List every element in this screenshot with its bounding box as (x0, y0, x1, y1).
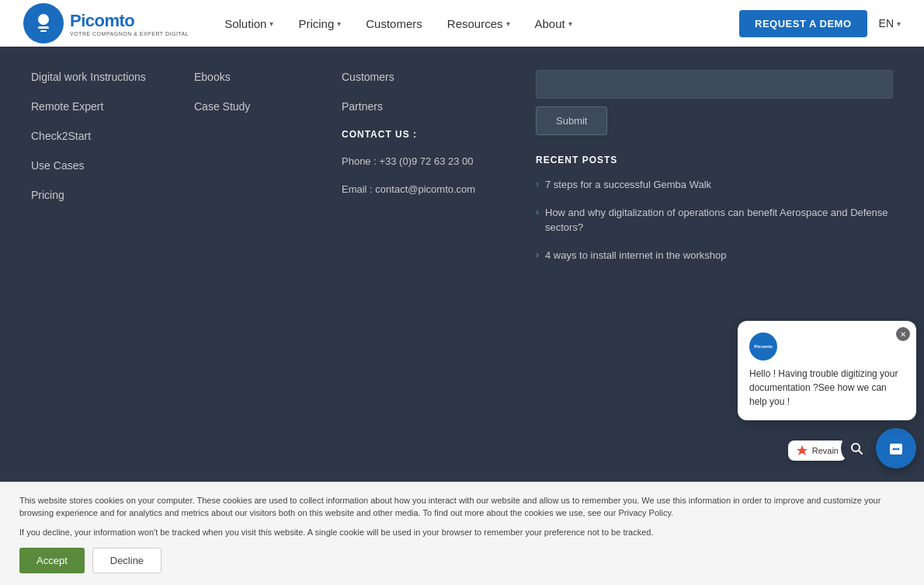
chevron-down-icon: ▾ (897, 19, 901, 28)
svg-point-0 (38, 14, 49, 25)
nav-item-about[interactable]: About ▾ (523, 0, 585, 47)
logo-text: Picomto (70, 11, 134, 30)
contact-title: CONTACT US : (342, 129, 512, 140)
navbar: Picomto VOTRE COMPAGNON & EXPERT DIGITAL… (0, 0, 924, 47)
footer-nav-item-customers[interactable]: Customers (342, 70, 512, 84)
post-title-1: 7 steps for a successful Gemba Walk (545, 177, 711, 193)
nav-item-solution[interactable]: Solution ▾ (212, 0, 286, 47)
nav-item-customers[interactable]: Customers (353, 0, 435, 47)
decline-button[interactable]: Decline (92, 548, 162, 573)
arrow-icon: › (536, 179, 539, 190)
arrow-icon: › (536, 207, 539, 218)
recent-post-item-3[interactable]: › 4 ways to install internet in the work… (536, 248, 893, 263)
newsletter-input[interactable] (536, 70, 893, 99)
chat-bubble: Picomto ✕ Hello ! Having trouble digitiz… (738, 321, 916, 420)
footer-nav-item-check2start[interactable]: Check2Start (31, 129, 171, 143)
submit-button[interactable]: Submit (536, 106, 607, 135)
contact-section: CONTACT US : Phone : +33 (0)9 72 63 23 0… (342, 129, 512, 198)
svg-point-5 (893, 448, 895, 451)
footer-nav-item-remote[interactable]: Remote Expert (31, 99, 171, 113)
language-selector[interactable]: EN ▾ (879, 17, 901, 30)
footer-nav-item-casestudy[interactable]: Case Study (194, 99, 318, 113)
logo-area[interactable]: Picomto VOTRE COMPAGNON & EXPERT DIGITAL (23, 3, 189, 44)
footer-nav-item-pricing[interactable]: Pricing (31, 188, 171, 202)
chevron-down-icon: ▾ (269, 19, 273, 28)
recent-post-item-1[interactable]: › 7 steps for a successful Gemba Walk (536, 177, 893, 193)
chat-search-icon[interactable] (841, 433, 872, 464)
cookie-banner: This website stores cookies on your comp… (0, 482, 924, 586)
svg-point-6 (895, 448, 898, 451)
chevron-down-icon: ▾ (568, 19, 572, 28)
cookie-buttons: Accept Decline (19, 548, 905, 573)
post-title-2: How and why digitalization of operations… (545, 205, 893, 235)
arrow-icon: › (536, 249, 539, 260)
post-title-3: 4 ways to install internet in the worksh… (545, 248, 726, 263)
nav-item-resources[interactable]: Resources ▾ (435, 0, 523, 47)
chat-icon-row (738, 428, 916, 468)
svg-line-4 (859, 451, 862, 454)
chat-logo: Picomto (749, 333, 777, 360)
recent-post-item-2[interactable]: › How and why digitalization of operatio… (536, 205, 893, 235)
cookie-main-text: This website stores cookies on your comp… (19, 494, 905, 520)
footer-nav-item-partners[interactable]: Partners (342, 99, 512, 113)
nav-links: Solution ▾ Pricing ▾ Customers Resources… (212, 0, 731, 47)
chevron-down-icon: ▾ (337, 19, 341, 28)
contact-email[interactable]: Email : contact@picomto.com (342, 182, 512, 198)
footer-nav-item-digital[interactable]: Digital work Instructions (31, 70, 171, 84)
svg-rect-1 (38, 26, 49, 29)
recent-posts-title: RECENT POSTS (536, 155, 893, 165)
accept-button[interactable]: Accept (19, 548, 85, 573)
logo-subtext: VOTRE COMPAGNON & EXPERT DIGITAL (70, 31, 189, 37)
chat-message: Hello ! Having trouble digitizing your d… (749, 367, 905, 409)
cookie-secondary-text: If you decline, your information won't b… (19, 526, 905, 539)
chat-header: Picomto (749, 333, 905, 360)
svg-rect-2 (40, 30, 47, 32)
chevron-down-icon: ▾ (506, 19, 510, 28)
chat-expand-button[interactable] (876, 428, 916, 468)
chat-widget: Picomto ✕ Hello ! Having trouble digitiz… (738, 321, 916, 468)
contact-phone: Phone : +33 (0)9 72 63 23 00 (342, 154, 512, 170)
footer-nav-item-ebooks[interactable]: Ebooks (194, 70, 318, 84)
svg-point-7 (898, 448, 900, 451)
nav-item-pricing[interactable]: Pricing ▾ (286, 0, 353, 47)
close-icon[interactable]: ✕ (896, 327, 910, 341)
logo-icon (23, 3, 64, 44)
request-demo-button[interactable]: REQUEST A DEMO (739, 10, 867, 37)
footer-nav-item-usecases[interactable]: Use Cases (31, 158, 171, 172)
